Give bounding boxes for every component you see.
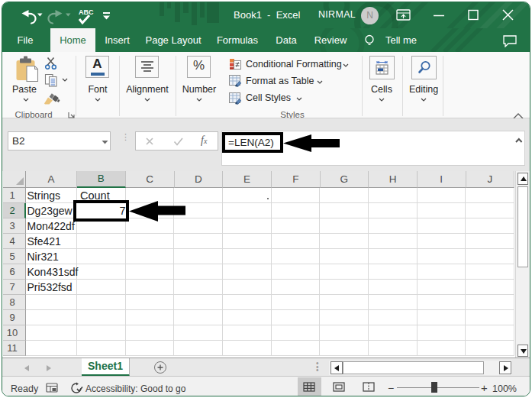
svg-text:ABC: ABC xyxy=(79,8,94,16)
